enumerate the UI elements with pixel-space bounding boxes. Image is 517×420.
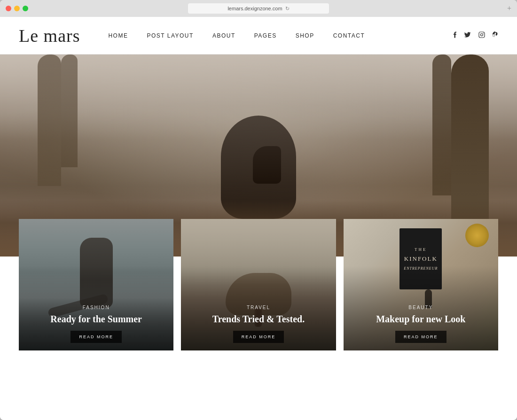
facebook-icon[interactable] (453, 31, 457, 40)
nav-about[interactable]: ABOUT (203, 32, 245, 39)
card-fashion-category: FASHION (26, 305, 166, 310)
backpack (253, 146, 281, 184)
card-travel-title: Trends Tried & Tested. (188, 313, 328, 325)
card-fashion-title: Ready for the Summer (26, 313, 166, 325)
svg-point-1 (481, 33, 483, 36)
pinterest-icon[interactable] (493, 31, 498, 40)
card-travel-category: TRAVEL (188, 305, 328, 310)
card-travel-btn[interactable]: READ MORE (233, 331, 284, 343)
url-text: lemars.dexignzone.com (227, 6, 282, 11)
nav-post-layout[interactable]: POST LAYOUT (137, 32, 203, 39)
twitter-icon[interactable] (464, 32, 471, 39)
site-logo[interactable]: Le mars (19, 25, 80, 46)
close-button[interactable] (6, 6, 11, 11)
gold-circle (465, 224, 489, 247)
site-header: Le mars HOME POST LAYOUT ABOUT PAGES SHO… (0, 17, 517, 54)
card-beauty-category: BEAUTY (351, 305, 491, 310)
card-travel-content: TRAVEL Trends Tried & Tested. READ MORE (181, 297, 336, 350)
browser-titlebar: lemars.dexignzone.com ↻ + (0, 0, 517, 17)
svg-point-2 (483, 32, 484, 33)
nav-shop[interactable]: SHOP (286, 32, 324, 39)
card-travel: TRAVEL Trends Tried & Tested. READ MORE (181, 219, 336, 350)
tree-extra-2 (432, 54, 451, 195)
new-tab-button[interactable]: + (507, 4, 511, 13)
card-beauty-title: Makeup for new Look (351, 313, 491, 325)
maximize-button[interactable] (23, 6, 28, 11)
svg-rect-0 (479, 32, 485, 38)
address-bar[interactable]: lemars.dexignzone.com ↻ (188, 3, 329, 14)
tree-extra (61, 54, 78, 167)
traffic-lights (6, 6, 28, 11)
nav-contact[interactable]: CONTACT (324, 32, 375, 39)
nav-home[interactable]: HOME (99, 32, 137, 39)
tree-left (38, 54, 61, 186)
instagram-icon[interactable] (478, 31, 485, 40)
tree-right (451, 54, 489, 219)
minimize-button[interactable] (14, 6, 20, 11)
social-icons (453, 31, 498, 40)
card-beauty-btn[interactable]: READ MORE (395, 331, 446, 343)
card-beauty: THE KINFOLK Entrepreneur BEAUTY Makeup f… (344, 219, 498, 350)
nav-pages[interactable]: PAGES (245, 32, 286, 39)
main-nav: HOME POST LAYOUT ABOUT PAGES SHOP CONTAC… (99, 32, 453, 39)
refresh-icon[interactable]: ↻ (285, 6, 290, 12)
card-fashion-btn[interactable]: READ MORE (70, 331, 122, 343)
card-fashion-content: FASHION Ready for the Summer READ MORE (19, 297, 173, 350)
website-content: Le mars HOME POST LAYOUT ABOUT PAGES SHO… (0, 17, 517, 420)
card-beauty-content: BEAUTY Makeup for new Look READ MORE (344, 297, 498, 350)
cards-section: FASHION Ready for the Summer READ MORE (0, 219, 517, 350)
card-fashion: FASHION Ready for the Summer READ MORE (19, 219, 173, 350)
browser-window: lemars.dexignzone.com ↻ + Le mars HOME P… (0, 0, 517, 420)
